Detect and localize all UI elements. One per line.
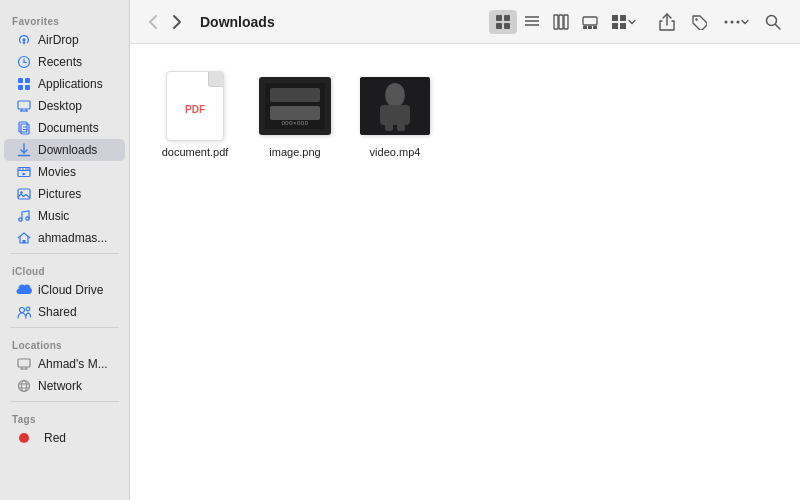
svg-point-60 xyxy=(725,20,728,23)
forward-button[interactable] xyxy=(166,11,188,33)
sidebar-section-tags: Tags xyxy=(0,406,129,427)
pictures-icon xyxy=(16,186,32,202)
shared-label: Shared xyxy=(38,305,77,319)
video-file-icon xyxy=(359,70,431,142)
svg-rect-42 xyxy=(504,15,510,21)
toolbar-actions xyxy=(652,9,788,35)
sidebar-section-favorites: Favorites xyxy=(0,8,129,29)
svg-rect-9 xyxy=(25,85,30,90)
pdf-label: PDF xyxy=(185,104,205,115)
sidebar-item-red-tag[interactable]: Red xyxy=(4,427,125,449)
sidebar-item-airdrop[interactable]: AirDrop xyxy=(4,29,125,51)
home-label: ahmadmas... xyxy=(38,231,107,245)
svg-point-61 xyxy=(731,20,734,23)
sidebar-item-home[interactable]: ahmadmas... xyxy=(4,227,125,249)
computer-icon xyxy=(16,356,32,372)
svg-text:000×000: 000×000 xyxy=(281,120,308,126)
sidebar-item-movies[interactable]: Movies xyxy=(4,161,125,183)
svg-rect-8 xyxy=(18,85,23,90)
svg-rect-57 xyxy=(612,23,618,29)
svg-marker-2 xyxy=(23,42,26,45)
sidebar-item-documents[interactable]: Documents xyxy=(4,117,125,139)
icloud-drive-label: iCloud Drive xyxy=(38,283,103,297)
sidebar-item-music[interactable]: Music xyxy=(4,205,125,227)
icloud-icon xyxy=(16,282,32,298)
main-content: Downloads xyxy=(130,0,800,500)
svg-rect-7 xyxy=(25,78,30,83)
svg-point-37 xyxy=(19,381,30,392)
movies-icon xyxy=(16,164,32,180)
svg-point-38 xyxy=(22,381,27,392)
sidebar-item-pictures[interactable]: Pictures xyxy=(4,183,125,205)
svg-rect-74 xyxy=(397,115,405,131)
sidebar: Favorites AirDrop Recents xyxy=(0,0,130,500)
view-list-button[interactable] xyxy=(518,10,546,34)
recents-label: Recents xyxy=(38,55,82,69)
svg-rect-55 xyxy=(612,15,618,21)
applications-label: Applications xyxy=(38,77,103,91)
view-gallery-button[interactable] xyxy=(576,10,604,34)
view-more-button[interactable] xyxy=(605,10,642,34)
svg-marker-25 xyxy=(23,173,27,176)
airdrop-label: AirDrop xyxy=(38,33,79,47)
pictures-label: Pictures xyxy=(38,187,81,201)
nav-buttons xyxy=(142,11,188,33)
music-label: Music xyxy=(38,209,69,223)
sidebar-item-desktop[interactable]: Desktop xyxy=(4,95,125,117)
sidebar-item-recents[interactable]: Recents xyxy=(4,51,125,73)
svg-rect-53 xyxy=(588,26,592,29)
home-icon xyxy=(16,230,32,246)
tag-button[interactable] xyxy=(684,10,714,34)
svg-point-71 xyxy=(385,83,405,107)
svg-rect-67 xyxy=(270,106,320,120)
desktop-label: Desktop xyxy=(38,99,82,113)
svg-point-29 xyxy=(26,217,29,220)
file-item-video-mp4[interactable]: video.mp4 xyxy=(350,64,440,164)
view-icon-grid-button[interactable] xyxy=(489,10,517,34)
svg-point-28 xyxy=(19,218,22,221)
divider-tags xyxy=(10,401,119,402)
svg-rect-48 xyxy=(554,15,558,29)
view-options xyxy=(489,10,642,34)
divider-locations xyxy=(10,327,119,328)
sidebar-item-network[interactable]: Network xyxy=(4,375,125,397)
svg-rect-72 xyxy=(380,105,410,125)
back-button[interactable] xyxy=(142,11,164,33)
file-item-document-pdf[interactable]: PDF document.pdf xyxy=(150,64,240,164)
search-button[interactable] xyxy=(758,10,788,34)
png-thumbnail: 000×000 xyxy=(259,77,331,135)
svg-rect-50 xyxy=(564,15,568,29)
video-filename: video.mp4 xyxy=(370,146,421,158)
documents-icon xyxy=(16,120,32,136)
file-item-image-png[interactable]: 000×000 image.png xyxy=(250,64,340,164)
sidebar-item-applications[interactable]: Applications xyxy=(4,73,125,95)
page-title: Downloads xyxy=(200,14,275,30)
actions-button[interactable] xyxy=(716,10,756,34)
airdrop-icon xyxy=(16,32,32,48)
svg-rect-43 xyxy=(496,23,502,29)
sidebar-item-downloads[interactable]: Downloads xyxy=(4,139,125,161)
sidebar-section-icloud: iCloud xyxy=(0,258,129,279)
ahmads-mac-label: Ahmad's M... xyxy=(38,357,108,371)
share-button[interactable] xyxy=(652,9,682,35)
svg-rect-41 xyxy=(496,15,502,21)
sidebar-item-ahmads-mac[interactable]: Ahmad's M... xyxy=(4,353,125,375)
png-file-icon: 000×000 xyxy=(259,70,331,142)
desktop-icon xyxy=(16,98,32,114)
music-icon xyxy=(16,208,32,224)
svg-rect-10 xyxy=(18,101,30,109)
svg-rect-33 xyxy=(18,359,30,367)
svg-rect-54 xyxy=(593,26,597,29)
toolbar: Downloads xyxy=(130,0,800,44)
sidebar-section-locations: Locations xyxy=(0,332,129,353)
svg-rect-26 xyxy=(18,189,30,199)
sidebar-item-shared[interactable]: Shared xyxy=(4,301,125,323)
sidebar-item-icloud-drive[interactable]: iCloud Drive xyxy=(4,279,125,301)
downloads-label: Downloads xyxy=(38,143,97,157)
svg-rect-49 xyxy=(559,15,563,29)
svg-point-32 xyxy=(26,307,30,311)
network-icon xyxy=(16,378,32,394)
svg-rect-51 xyxy=(583,17,597,25)
view-columns-button[interactable] xyxy=(547,10,575,34)
svg-rect-56 xyxy=(620,15,626,21)
